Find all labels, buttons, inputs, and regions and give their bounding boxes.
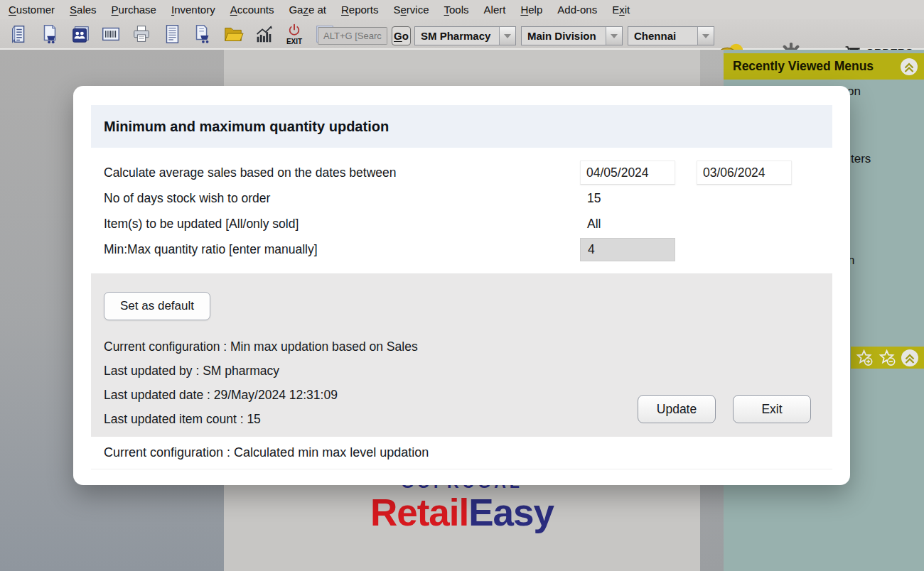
purchase-cart-icon[interactable] (189, 20, 216, 48)
division-select[interactable]: Main Division (521, 26, 623, 45)
app-window: CustomerSalesPurchaseInventoryAccountsGa… (0, 0, 924, 571)
form-row-items: Item(s) to be updated [All/only sold] Al… (91, 212, 832, 236)
set-default-button[interactable]: Set as default (104, 292, 210, 320)
folder-icon[interactable] (220, 20, 247, 48)
menu-add-ons[interactable]: Add-ons (557, 4, 597, 16)
form-row-days: No of days stock wish to order 15 (91, 186, 832, 210)
dialog-footer-status: Current configuration : Calculated min m… (91, 437, 832, 469)
menu-exit[interactable]: Exit (612, 4, 630, 16)
menu-sales[interactable]: Sales (70, 4, 97, 16)
days-value[interactable]: 15 (587, 191, 601, 206)
chevron-down-icon[interactable] (606, 27, 622, 45)
exit-button[interactable]: Exit (733, 395, 811, 423)
go-button[interactable]: Go (392, 26, 411, 45)
division-select-value: Main Division (522, 27, 606, 45)
list-icon[interactable] (159, 20, 186, 48)
favorites-action-bar (851, 347, 924, 369)
collapse-chevron-icon[interactable] (901, 349, 919, 367)
menu-service[interactable]: Service (394, 4, 429, 16)
search-input[interactable] (318, 27, 387, 45)
barcode-icon[interactable] (97, 20, 124, 48)
menu-accounts[interactable]: Accounts (230, 4, 274, 16)
menu-purchase[interactable]: Purchase (112, 4, 156, 16)
sales-cart-icon[interactable] (36, 20, 63, 48)
printer-icon[interactable] (128, 20, 155, 48)
menu-inventory[interactable]: Inventory (171, 4, 215, 16)
toolbar-icons: EXIT (6, 20, 338, 48)
chart-icon[interactable] (250, 20, 277, 48)
menu-bar: CustomerSalesPurchaseInventoryAccountsGa… (0, 0, 924, 19)
chevron-down-icon[interactable] (697, 27, 714, 45)
location-select[interactable]: Chennai (628, 26, 714, 45)
contacts-icon[interactable] (67, 20, 94, 48)
company-select-value: SM Pharmacy (415, 27, 499, 45)
recently-viewed-title: Recently Viewed Menus (733, 59, 900, 74)
menu-reports[interactable]: Reports (341, 4, 379, 16)
menu-tools[interactable]: Tools (444, 4, 469, 16)
menu-alert[interactable]: Alert (484, 4, 506, 16)
days-label: No of days stock wish to order (91, 191, 270, 206)
star-remove-icon[interactable] (879, 349, 896, 366)
form-row-dates: Calculate average sales based on the dat… (91, 161, 832, 185)
menu-item-fragment[interactable]: ters (851, 152, 871, 166)
minmax-updation-dialog: Minimum and maximum quantity updation Ca… (73, 86, 850, 485)
menu-customer[interactable]: Customer (9, 4, 55, 16)
star-add-icon[interactable] (856, 349, 874, 366)
brand-easy: Easy (468, 491, 554, 533)
dialog-form: Calculate average sales based on the dat… (91, 148, 832, 274)
last-updated-by-line: Last updated by : SM pharmacy (104, 359, 820, 383)
ratio-field[interactable] (580, 238, 675, 261)
update-button[interactable]: Update (638, 395, 716, 423)
recently-viewed-header[interactable]: Recently Viewed Menus (724, 53, 924, 80)
ratio-label: Min:Max quantity ratio [enter manually] (91, 242, 318, 257)
brand-retail: Retail (370, 491, 468, 533)
date-from-field[interactable] (580, 161, 675, 185)
items-value[interactable]: All (587, 217, 601, 232)
collapse-chevron-icon[interactable] (900, 58, 918, 76)
menu-help[interactable]: Help (520, 4, 542, 16)
menu-gaze-at[interactable]: Gaze at (289, 4, 326, 16)
location-select-value: Chennai (628, 27, 697, 45)
bill-icon[interactable] (6, 20, 33, 48)
exit-icon[interactable]: EXIT (281, 20, 308, 48)
dialog-header: Minimum and maximum quantity updation (91, 105, 832, 148)
items-label: Item(s) to be updated [All/only sold] (91, 217, 299, 232)
company-select[interactable]: SM Pharmacy (414, 26, 516, 45)
date-to-field[interactable] (697, 161, 792, 185)
dates-label: Calculate average sales based on the dat… (91, 165, 397, 180)
form-row-ratio: Min:Max quantity ratio [enter manually] (91, 237, 832, 261)
exit-icon-label: EXIT (286, 38, 302, 45)
dialog-title: Minimum and maximum quantity updation (104, 119, 389, 135)
dialog-config-section: Set as default Current configuration : M… (91, 274, 832, 437)
current-config-line: Current configuration : Min max updation… (104, 335, 820, 359)
toolbar: EXIT Go SM Pharmacy Main Division Chenna… (0, 19, 924, 50)
chevron-down-icon[interactable] (499, 27, 515, 45)
